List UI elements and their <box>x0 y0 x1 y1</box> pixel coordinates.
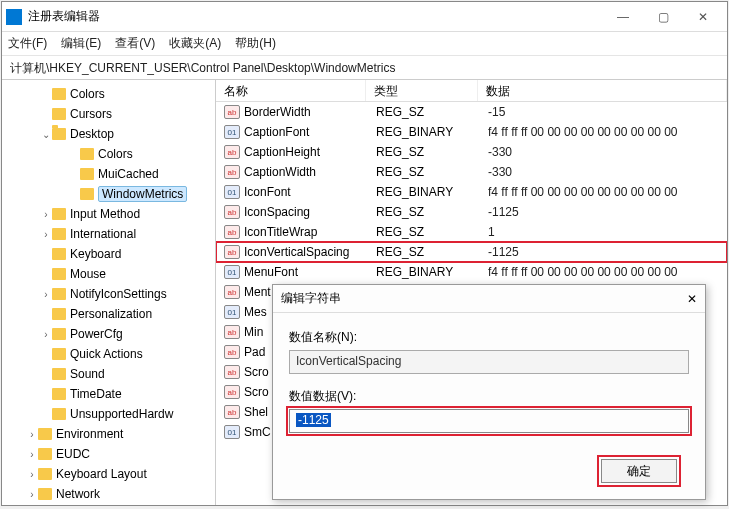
edit-string-dialog: 编辑字符串 ✕ 数值名称(N): IconVerticalSpacing 数值数… <box>272 284 706 500</box>
folder-icon <box>52 288 66 300</box>
expand-icon[interactable]: › <box>26 449 38 460</box>
ok-button[interactable]: 确定 <box>601 459 677 483</box>
tree-label: Keyboard Layout <box>56 467 147 481</box>
tree-label: Quick Actions <box>70 347 143 361</box>
value-type: REG_SZ <box>376 165 488 179</box>
value-type: REG_SZ <box>376 225 488 239</box>
tree-item[interactable]: Keyboard <box>2 244 215 264</box>
value-type: REG_BINARY <box>376 185 488 199</box>
tree-label: Sound <box>70 367 105 381</box>
value-type: REG_BINARY <box>376 265 488 279</box>
value-row[interactable]: abBorderWidthREG_SZ-15 <box>216 102 727 122</box>
tree-label: Keyboard <box>70 247 121 261</box>
value-row[interactable]: abCaptionHeightREG_SZ-330 <box>216 142 727 162</box>
tree-item[interactable]: ⌄Desktop <box>2 124 215 144</box>
value-data: -330 <box>488 145 727 159</box>
tree-label: PowerCfg <box>70 327 123 341</box>
tree-item[interactable]: ›Environment <box>2 424 215 444</box>
tree-panel[interactable]: ColorsCursors⌄DesktopColorsMuiCachedWind… <box>2 80 216 505</box>
string-icon: ab <box>224 225 240 239</box>
folder-icon <box>52 408 66 420</box>
value-data-input[interactable]: -1125 <box>289 409 689 433</box>
folder-icon <box>52 208 66 220</box>
value-row[interactable]: abIconVerticalSpacingREG_SZ-1125 <box>216 242 727 262</box>
value-row[interactable]: 01IconFontREG_BINARYf4 ff ff ff 00 00 00… <box>216 182 727 202</box>
dialog-close-icon[interactable]: ✕ <box>687 292 697 306</box>
tree-label: Colors <box>70 87 105 101</box>
binary-icon: 01 <box>224 185 240 199</box>
tree-item[interactable]: Sound <box>2 364 215 384</box>
tree-item[interactable]: MuiCached <box>2 164 215 184</box>
col-data[interactable]: 数据 <box>478 80 727 101</box>
value-data: f4 ff ff ff 00 00 00 00 00 00 00 00 00 <box>488 185 727 199</box>
tree-label: NotifyIconSettings <box>70 287 167 301</box>
value-data-label: 数值数据(V): <box>289 388 689 405</box>
folder-icon <box>38 428 52 440</box>
tree-label: Cursors <box>70 107 112 121</box>
minimize-button[interactable]: — <box>603 3 643 31</box>
tree-label: Network <box>56 487 100 501</box>
tree-label: Mouse <box>70 267 106 281</box>
tree-item[interactable]: Personalization <box>2 304 215 324</box>
close-button[interactable]: ✕ <box>683 3 723 31</box>
value-name: CaptionHeight <box>244 145 376 159</box>
menu-item[interactable]: 帮助(H) <box>235 35 276 52</box>
expand-icon[interactable]: › <box>40 329 52 340</box>
menu-item[interactable]: 收藏夹(A) <box>169 35 221 52</box>
value-row[interactable]: abCaptionWidthREG_SZ-330 <box>216 162 727 182</box>
value-row[interactable]: 01CaptionFontREG_BINARYf4 ff ff ff 00 00… <box>216 122 727 142</box>
tree-item[interactable]: Colors <box>2 144 215 164</box>
expand-icon[interactable]: › <box>26 469 38 480</box>
folder-icon <box>38 488 52 500</box>
value-type: REG_BINARY <box>376 125 488 139</box>
col-name[interactable]: 名称 <box>216 80 366 101</box>
expand-icon[interactable]: › <box>40 229 52 240</box>
expand-icon[interactable]: › <box>26 429 38 440</box>
tree-item[interactable]: ›PowerCfg <box>2 324 215 344</box>
expand-icon[interactable]: › <box>40 289 52 300</box>
menu-item[interactable]: 文件(F) <box>8 35 47 52</box>
tree-item[interactable]: TimeDate <box>2 384 215 404</box>
value-row[interactable]: abIconSpacingREG_SZ-1125 <box>216 202 727 222</box>
tree-item[interactable]: Colors <box>2 84 215 104</box>
tree-item[interactable]: Quick Actions <box>2 344 215 364</box>
value-row[interactable]: 01MenuFontREG_BINARYf4 ff ff ff 00 00 00… <box>216 262 727 282</box>
tree-label: International <box>70 227 136 241</box>
col-type[interactable]: 类型 <box>366 80 478 101</box>
folder-icon <box>52 248 66 260</box>
value-data: f4 ff ff ff 00 00 00 00 00 00 00 00 00 <box>488 125 727 139</box>
string-icon: ab <box>224 405 240 419</box>
folder-icon <box>80 168 94 180</box>
value-type: REG_SZ <box>376 245 488 259</box>
expand-icon[interactable]: ⌄ <box>40 129 52 140</box>
tree-item[interactable]: ›Keyboard Layout <box>2 464 215 484</box>
maximize-button[interactable]: ▢ <box>643 3 683 31</box>
tree-item[interactable]: ›NotifyIconSettings <box>2 284 215 304</box>
tree-item[interactable]: Mouse <box>2 264 215 284</box>
app-icon <box>6 9 22 25</box>
expand-icon[interactable]: › <box>40 209 52 220</box>
value-name: IconFont <box>244 185 376 199</box>
tree-item[interactable]: Cursors <box>2 104 215 124</box>
tree-item[interactable]: ›EUDC <box>2 444 215 464</box>
regedit-window: 注册表编辑器 — ▢ ✕ 文件(F)编辑(E)查看(V)收藏夹(A)帮助(H) … <box>1 1 728 506</box>
tree-item[interactable]: ›Network <box>2 484 215 504</box>
value-name: MenuFont <box>244 265 376 279</box>
string-icon: ab <box>224 205 240 219</box>
list-header: 名称 类型 数据 <box>216 80 727 102</box>
menu-item[interactable]: 编辑(E) <box>61 35 101 52</box>
dialog-titlebar: 编辑字符串 ✕ <box>273 285 705 313</box>
value-data: -15 <box>488 105 727 119</box>
tree-label: EUDC <box>56 447 90 461</box>
value-row[interactable]: abIconTitleWrapREG_SZ1 <box>216 222 727 242</box>
folder-icon <box>52 348 66 360</box>
tree-item[interactable]: ›Input Method <box>2 204 215 224</box>
address-bar[interactable]: 计算机\HKEY_CURRENT_USER\Control Panel\Desk… <box>2 56 727 80</box>
tree-item[interactable]: ›International <box>2 224 215 244</box>
tree-label: MuiCached <box>98 167 159 181</box>
tree-item[interactable]: UnsupportedHardw <box>2 404 215 424</box>
expand-icon[interactable]: › <box>26 489 38 500</box>
menu-item[interactable]: 查看(V) <box>115 35 155 52</box>
tree-item[interactable]: WindowMetrics <box>2 184 215 204</box>
binary-icon: 01 <box>224 425 240 439</box>
